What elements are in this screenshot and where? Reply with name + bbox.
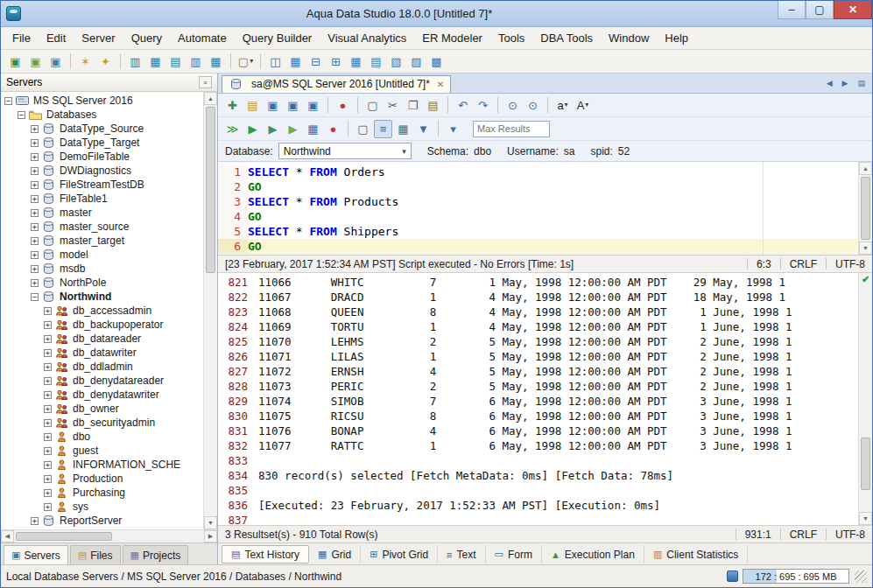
results-row-835[interactable]: 835	[218, 483, 858, 498]
import-servers-icon[interactable]: ▣	[46, 52, 65, 71]
execute-explain-icon[interactable]: ▶	[284, 120, 302, 138]
find-in-files-icon[interactable]: ⊙	[524, 96, 542, 115]
scroll-down-icon[interactable]: ▼	[204, 516, 217, 529]
expander-plus-icon[interactable]: +	[44, 335, 52, 343]
expander-plus-icon[interactable]: +	[44, 433, 52, 441]
session-manager-icon[interactable]: ▦	[207, 52, 225, 71]
cut-icon[interactable]: ✂	[384, 96, 402, 115]
minimize-button[interactable]: –	[778, 1, 806, 19]
expander-plus-icon[interactable]: +	[44, 475, 52, 483]
register-server-group-icon[interactable]: ▣	[26, 52, 45, 71]
expander-plus-icon[interactable]: +	[31, 139, 39, 147]
scroll-down-icon[interactable]: ▼	[859, 512, 872, 525]
tree-item-reportserver[interactable]: +ReportServer	[1, 514, 203, 528]
tree-item-ms-sql-server-2016[interactable]: −MS SQL Server 2016	[1, 94, 203, 108]
expander-plus-icon[interactable]: +	[31, 125, 39, 133]
results-row-836[interactable]: 836[Executed: 23 February, 2017 1:52:33 …	[218, 498, 858, 513]
results-row-833[interactable]: 833	[218, 453, 858, 468]
expander-minus-icon[interactable]: −	[4, 97, 12, 105]
tree-vertical-scrollbar[interactable]: ▲ ▼	[203, 92, 217, 529]
grid-results-icon[interactable]: ▦	[394, 120, 412, 138]
register-server-icon[interactable]: ▣	[6, 52, 25, 71]
results-vertical-scrollbar[interactable]: ✔ ▼	[858, 273, 872, 525]
previous-tab-icon[interactable]: ◀	[823, 77, 836, 89]
record-macro-icon[interactable]: ●	[334, 96, 352, 115]
expander-plus-icon[interactable]: +	[31, 279, 39, 287]
results-row-822[interactable]: 82211067 DRACD 1 4 May, 1998 12:00:00 AM…	[218, 290, 858, 304]
expander-plus-icon[interactable]: +	[44, 419, 52, 427]
results-row-827[interactable]: 82711072 ERNSH 4 5 May, 1998 12:00:00 AM…	[218, 364, 858, 379]
select-statement-icon[interactable]: ▢	[354, 120, 372, 138]
visual-explain-icon[interactable]: ▦	[304, 120, 322, 138]
tree-item-master-source[interactable]: +master_source	[1, 220, 203, 234]
expander-plus-icon[interactable]: +	[44, 503, 52, 511]
results-row-830[interactable]: 83011075 RICSU 8 6 May, 1998 12:00:00 AM…	[218, 409, 858, 424]
query-builder-icon[interactable]: ▦	[146, 52, 165, 71]
results-tab-execution-plan[interactable]: ▲Execution Plan	[542, 545, 644, 564]
open-file-icon[interactable]: ▤	[243, 96, 262, 115]
tree-item-db-ddladmin[interactable]: +db_ddladmin	[1, 360, 203, 374]
tree-item-db-backupoperator[interactable]: +db_backupoperator	[1, 318, 203, 332]
next-tab-icon[interactable]: ▶	[839, 77, 852, 89]
max-results-input[interactable]	[473, 121, 550, 137]
expander-plus-icon[interactable]: +	[44, 363, 52, 371]
tab-list-icon[interactable]: ▤	[854, 77, 869, 89]
tree-item-db-accessadmin[interactable]: +db_accessadmin	[1, 304, 203, 318]
tab-close-icon[interactable]: ✕	[437, 80, 444, 89]
results-row-828[interactable]: 82811073 PERIC 2 5 May, 1998 12:00:00 AM…	[218, 379, 858, 394]
results-row-832[interactable]: 83211077 RATTC 1 6 May, 1998 12:00:00 AM…	[218, 438, 858, 453]
expander-plus-icon[interactable]: +	[31, 195, 39, 203]
expander-plus-icon[interactable]: +	[31, 181, 39, 189]
tree-item-db-datawriter[interactable]: +db_datawriter	[1, 346, 203, 360]
layout-tabs-icon[interactable]: ▤	[367, 52, 385, 71]
tree-item-datatype-target[interactable]: +DataType_Target	[1, 136, 203, 150]
tree-item-db-owner[interactable]: +db_owner	[1, 402, 203, 416]
tree-item-information-sche[interactable]: +INFORMATION_SCHE	[1, 458, 203, 472]
results-tab-client-statistics[interactable]: ▥Client Statistics	[644, 545, 748, 564]
scroll-up-icon[interactable]: ▲	[204, 92, 217, 105]
tree-item-demofiletable[interactable]: +DemoFileTable	[1, 150, 203, 164]
expander-plus-icon[interactable]: +	[31, 237, 39, 245]
tree-item-filestreamtestdb[interactable]: +FileStreamTestDB	[1, 178, 203, 192]
layout-quad-icon[interactable]: ▦	[347, 52, 365, 71]
layout-restore-icon[interactable]: ▩	[427, 52, 446, 71]
text-results-icon[interactable]: ≡	[374, 120, 392, 138]
expander-plus-icon[interactable]: +	[44, 307, 52, 315]
menu-item-visual-analytics[interactable]: Visual Analytics	[320, 27, 414, 49]
results-row-825[interactable]: 82511070 LEHMS 2 5 May, 1998 12:00:00 AM…	[218, 334, 858, 349]
tree-item-dbo[interactable]: +dbo	[1, 430, 203, 444]
scroll-left-icon[interactable]: ◀	[1, 530, 14, 542]
tree-item-production[interactable]: +Production	[1, 472, 203, 486]
memory-monitor-icon[interactable]	[727, 570, 738, 582]
menu-item-dba-tools[interactable]: DBA Tools	[532, 27, 601, 49]
menu-item-edit[interactable]: Edit	[39, 27, 74, 49]
results-tab-text[interactable]: ≡Text	[438, 545, 485, 564]
menu-item-query-builder[interactable]: Query Builder	[235, 27, 320, 49]
menu-item-file[interactable]: File	[4, 27, 39, 49]
explorer-tab-servers[interactable]: ▣Servers	[4, 545, 68, 564]
menu-item-tools[interactable]: Tools	[490, 27, 532, 49]
paste-icon[interactable]: ▤	[424, 96, 442, 115]
select-block-icon[interactable]: ▢	[363, 96, 382, 115]
results-tab-text-history[interactable]: ▤Text History	[222, 545, 309, 564]
instance-manager-icon[interactable]: ▥	[187, 52, 205, 71]
tree-item-db-denydatawriter[interactable]: +db_denydatawriter	[1, 388, 203, 402]
execute-icon[interactable]: ▶	[243, 120, 262, 138]
expander-plus-icon[interactable]: +	[44, 447, 52, 455]
maximize-button[interactable]: ▢	[806, 1, 834, 19]
cancel-query-icon[interactable]: ●	[324, 120, 342, 138]
results-row-826[interactable]: 82611071 LILAS 1 5 May, 1998 12:00:00 AM…	[218, 349, 858, 364]
tree-item-databases[interactable]: −Databases	[1, 108, 203, 122]
tree-hscroll-thumb[interactable]	[16, 532, 112, 541]
expander-plus-icon[interactable]: +	[31, 167, 39, 175]
expander-plus-icon[interactable]: +	[31, 517, 39, 525]
table-data-editor-icon[interactable]: ▤	[166, 52, 185, 71]
editor-scroll-thumb[interactable]	[861, 177, 870, 240]
tree-item-purchasing[interactable]: +Purchasing	[1, 486, 203, 500]
expander-plus-icon[interactable]: +	[31, 223, 39, 231]
tree-scroll-thumb[interactable]	[206, 107, 215, 273]
expander-plus-icon[interactable]: +	[44, 391, 52, 399]
execute-edit-icon[interactable]: ▶	[264, 120, 282, 138]
create-wizard-icon[interactable]: ✶	[76, 52, 95, 71]
results-row-823[interactable]: 82311068 QUEEN 8 4 May, 1998 12:00:00 AM…	[218, 304, 858, 319]
